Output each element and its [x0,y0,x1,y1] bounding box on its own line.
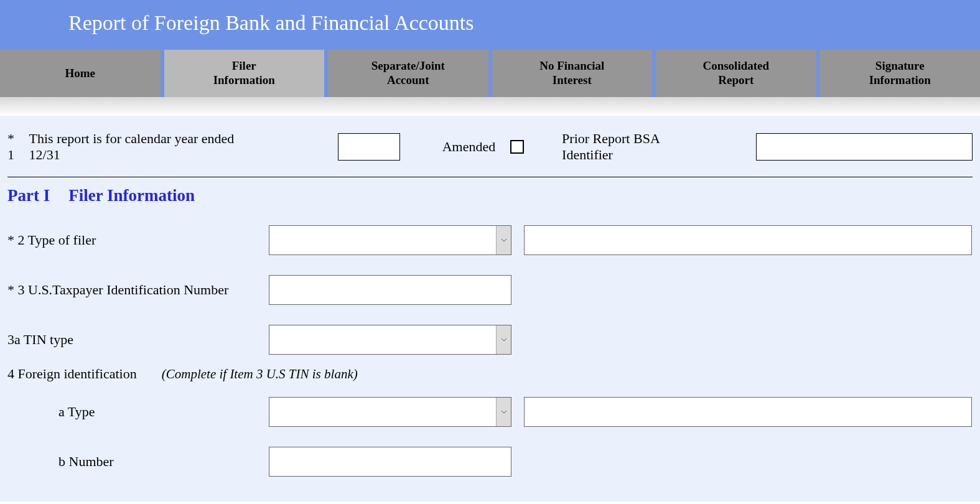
tin-type-select[interactable] [269,325,511,355]
foreign-id-type-select[interactable] [269,397,511,427]
tab-signature-information[interactable]: SignatureInformation [820,50,981,97]
tab-label: Separate/JointAccount [371,59,445,88]
chevron-down-icon [496,226,511,254]
section-divider [7,177,973,177]
tab-consolidated-report[interactable]: ConsolidatedReport [656,50,816,97]
tab-home[interactable]: Home [0,50,161,97]
calendar-year-label-group: * 1 This report is for calendar year end… [7,131,260,163]
type-of-filer-text-input[interactable] [524,225,972,255]
calendar-year-input[interactable] [338,133,400,161]
prior-report-label: Prior Report BSA Identifier [562,131,708,163]
amended-label: Amended [442,139,496,155]
item-1-label: This report is for calendar year ended 1… [29,131,261,163]
tab-label: No FinancialInterest [539,59,604,88]
item-3a-label: 3a TIN type [7,332,256,348]
tab-label: FilerInformation [213,59,275,88]
part-1-header: Part I Filer Information [7,186,973,205]
item-4-label: 4 Foreign identification [7,366,137,382]
item-4b-label: b Number [7,454,256,470]
tab-filer-information[interactable]: FilerInformation [164,50,325,97]
tab-bar: Home FilerInformation Separate/JointAcco… [0,50,980,97]
us-tin-input[interactable] [269,275,511,305]
item-3-label: * 3 U.S.Taxpayer Identification Number [7,282,256,298]
part-title: Filer Information [68,186,195,205]
page-banner: Report of Foreign Bank and Financial Acc… [0,0,980,50]
tab-label: SignatureInformation [869,59,931,88]
chevron-down-icon [496,325,511,354]
gradient-divider [0,97,980,116]
row-tin-type: 3a TIN type [7,325,973,355]
item-2-label: * 2 Type of filer [7,232,256,248]
tab-label: Home [65,67,95,81]
prior-report-input[interactable] [756,133,973,161]
row-calendar-year: * 1 This report is for calendar year end… [7,127,973,177]
form-body: * 1 This report is for calendar year end… [0,116,980,502]
item-4a-label: a Type [7,404,256,420]
row-type-of-filer: * 2 Type of filer [7,225,973,255]
row-foreign-id: 4 Foreign identification (Complete if It… [7,366,973,382]
item-1-prefix: * 1 [7,131,24,163]
row-us-tin: * 3 U.S.Taxpayer Identification Number [7,275,973,305]
foreign-id-type-text-input[interactable] [524,397,972,427]
foreign-id-number-input[interactable] [269,447,511,477]
tab-label: ConsolidatedReport [702,59,769,88]
tab-no-financial-interest[interactable]: No FinancialInterest [492,50,653,97]
item-4-hint: (Complete if Item 3 U.S TIN is blank) [162,366,358,382]
chevron-down-icon [496,398,511,426]
type-of-filer-select[interactable] [269,225,511,255]
amended-checkbox[interactable] [510,140,523,154]
row-foreign-id-number: b Number [7,447,973,477]
row-foreign-id-type: a Type [7,397,973,427]
part-number: Part I [7,186,50,205]
tab-separate-joint-account[interactable]: Separate/JointAccount [328,50,488,97]
page-title: Report of Foreign Bank and Financial Acc… [68,11,980,35]
